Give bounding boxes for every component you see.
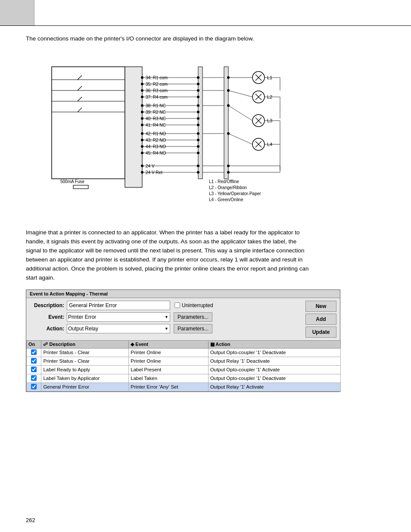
row-checkbox[interactable] (31, 358, 37, 364)
page-container: The connections made on the printer's I/… (0, 0, 411, 532)
table-cell-desc: Printer Status - Clear (41, 357, 129, 365)
svg-text:L2 - Orange/Ribbon: L2 - Orange/Ribbon (209, 185, 247, 190)
svg-rect-9 (125, 67, 142, 187)
svg-rect-0 (52, 67, 125, 179)
table-cell-on (27, 374, 41, 383)
svg-text:34: R1 com: 34: R1 com (146, 75, 168, 80)
action-select-wrapper: Output Relay (67, 324, 170, 333)
svg-text:500mA Fuse: 500mA Fuse (60, 179, 85, 184)
row-checkbox[interactable] (31, 375, 37, 381)
svg-rect-69 (224, 67, 228, 179)
table-cell-on (27, 365, 41, 374)
svg-text:35: R2 com: 35: R2 com (146, 82, 168, 87)
table-header-on: On (27, 340, 41, 348)
row-checkbox[interactable] (31, 367, 37, 372)
event-label: Event: (30, 314, 64, 320)
table-cell-desc: Printer Status - Clear (41, 348, 129, 357)
add-button[interactable]: Add (305, 314, 336, 325)
top-bar-tab (0, 0, 34, 25)
svg-line-107 (228, 134, 252, 144)
new-button[interactable]: New (305, 301, 336, 312)
table-cell-desc: Label Ready to Apply (41, 365, 129, 374)
event-select-wrapper: Printer Error (67, 312, 170, 322)
wiring-diagram: 34: R1 com 35: R2 com 36: R3 com 37: R4 … (39, 52, 314, 215)
table-cell-event: Printer Online (129, 357, 208, 365)
page-number: 262 (26, 517, 35, 523)
table-cell-action: Output Opto-coupler '1' Activate (208, 365, 340, 374)
table-cell-on (27, 357, 41, 365)
svg-line-100 (228, 106, 252, 121)
action-label: Action: (30, 326, 64, 332)
dialog-title: Event to Action Mapping - Thermal (26, 290, 340, 298)
svg-line-6 (78, 86, 82, 90)
dialog-buttons: New Add Update (302, 298, 340, 340)
svg-text:L4 - Green/Online: L4 - Green/Online (209, 197, 243, 202)
svg-text:24 V: 24 V (146, 164, 155, 168)
table-cell-event: Label Taken (129, 374, 208, 383)
description-row: Description: Uninterrupted (30, 301, 299, 310)
main-content: The connections made on the printer's I/… (0, 26, 411, 401)
top-bar-line (34, 0, 411, 25)
table-row[interactable]: General Printer ErrorPrinter Error 'Any'… (27, 383, 341, 391)
table-cell-action: Output Opto-coupler '1' Deactivate (208, 348, 340, 357)
table-header-event: ◆ Event (129, 340, 208, 348)
dialog-form: Description: Uninterrupted Event: Printe… (26, 298, 302, 340)
event-icon: ◆ (131, 342, 134, 347)
table-row[interactable]: Printer Status - ClearPrinter OnlineOutp… (27, 357, 341, 365)
svg-text:36: R3 com: 36: R3 com (146, 88, 168, 93)
svg-rect-39 (73, 185, 88, 189)
row-checkbox[interactable] (31, 384, 37, 389)
table-row[interactable]: Label Ready to ApplyLabel PresentOutput … (27, 365, 341, 374)
top-bar (0, 0, 411, 26)
svg-text:39: R2 NC: 39: R2 NC (146, 110, 166, 115)
svg-text:24 V Ret: 24 V Ret (146, 170, 162, 175)
row-checkbox[interactable] (31, 349, 37, 355)
svg-text:40: R3 NC: 40: R3 NC (146, 116, 166, 121)
svg-text:42: R1 NO: 42: R1 NO (146, 131, 166, 136)
body-text: Imagine that a printer is connected to a… (26, 228, 310, 283)
desc-icon: ☍ (43, 342, 48, 347)
event-select[interactable]: Printer Error (67, 312, 170, 322)
svg-text:37: R4 com: 37: R4 com (146, 95, 168, 100)
event-row: Event: Printer Error Parameters... (30, 312, 299, 322)
table-header-action: ▩ Action (208, 340, 340, 348)
diagram-container: 34: R1 com 35: R2 com 36: R3 com 37: R4 … (39, 52, 385, 215)
table-cell-action: Output Relay '1' Deactivate (208, 357, 340, 365)
svg-line-8 (78, 108, 82, 112)
event-parameters-button[interactable]: Parameters... (174, 312, 212, 322)
table-cell-action: Output Opto-coupler '1' Deactivate (208, 374, 340, 383)
svg-text:L1 - Red/Offline: L1 - Red/Offline (209, 179, 239, 184)
on-icon: On (28, 342, 35, 347)
intro-text: The connections made on the printer's I/… (26, 34, 310, 43)
dialog-body: Description: Uninterrupted Event: Printe… (26, 298, 340, 340)
table-cell-desc: Label Taken by Applicator (41, 374, 129, 383)
action-row: Action: Output Relay Parameters... (30, 324, 299, 333)
svg-text:L3 - Yellow/Operator-Paper: L3 - Yellow/Operator-Paper (209, 191, 261, 196)
description-input[interactable] (67, 301, 170, 310)
table-cell-event: Printer Online (129, 348, 208, 357)
svg-text:41: R4 NC: 41: R4 NC (146, 123, 166, 128)
svg-line-7 (78, 97, 82, 101)
action-parameters-button[interactable]: Parameters... (174, 324, 212, 333)
table-cell-event: Label Present (129, 365, 208, 374)
event-action-dialog: Event to Action Mapping - Thermal Descri… (26, 289, 340, 392)
table-row[interactable]: Label Taken by ApplicatorLabel TakenOutp… (27, 374, 341, 383)
uninterrupted-label: Uninterrupted (182, 302, 213, 308)
svg-line-93 (228, 90, 252, 97)
update-button[interactable]: Update (305, 327, 336, 338)
table-row[interactable]: Printer Status - ClearPrinter OnlineOutp… (27, 348, 341, 357)
svg-line-5 (78, 75, 82, 80)
table-cell-on (27, 383, 41, 391)
table-cell-desc: General Printer Error (41, 383, 129, 391)
table-cell-action: Output Relay '1' Activate (208, 383, 340, 391)
svg-text:38: R1 NC: 38: R1 NC (146, 103, 166, 108)
svg-text:44: R3 NO: 44: R3 NO (146, 144, 166, 149)
svg-text:45: R4 NO: 45: R4 NO (146, 151, 166, 156)
table-cell-event: Printer Error 'Any' Set (129, 383, 208, 391)
action-select[interactable]: Output Relay (67, 324, 170, 333)
description-label: Description: (30, 302, 64, 308)
uninterrupted-checkbox[interactable] (174, 302, 180, 308)
action-icon: ▩ (210, 342, 215, 347)
table-cell-on (27, 348, 41, 357)
table-header-desc: ☍ Description (41, 340, 129, 348)
